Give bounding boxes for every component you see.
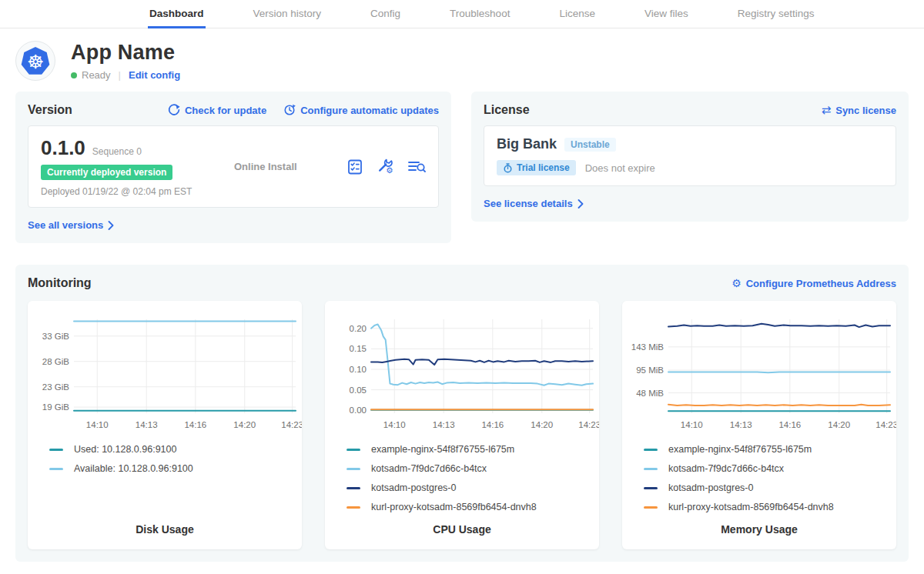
license-card-title: License (484, 103, 530, 117)
check-for-update-button[interactable]: Check for update (168, 104, 266, 116)
legend-color-dash (644, 468, 658, 470)
see-all-versions-link[interactable]: See all versions (28, 219, 114, 231)
legend-label: kotsadm-postgres-0 (371, 482, 456, 493)
chart-title-disk: Disk Usage (28, 512, 302, 542)
legend-item: kotsadm-postgres-0 (644, 482, 896, 493)
legend-item: Available: 10.128.0.96:9100 (49, 463, 302, 474)
svg-text:0.05: 0.05 (350, 385, 367, 395)
svg-text:14:16: 14:16 (481, 420, 504, 429)
clock-refresh-icon (283, 104, 296, 116)
currently-deployed-badge: Currently deployed version (41, 165, 172, 180)
disk-usage-chart-card: 14:1014:1314:1614:2014:2333 GiB28 GiB23 … (28, 301, 302, 549)
svg-text:33 GiB: 33 GiB (42, 332, 69, 341)
see-license-details-link[interactable]: See license details (484, 198, 584, 209)
svg-text:0.00: 0.00 (350, 405, 367, 415)
svg-text:☸: ☸ (27, 52, 44, 72)
legend-color-dash (346, 468, 360, 470)
disk-usage-chart: 14:1014:1314:1614:2014:2333 GiB28 GiB23 … (28, 309, 302, 439)
legend-item: kotsadm-7f9dc7d66c-b4tcx (644, 463, 896, 474)
svg-text:14:20: 14:20 (531, 420, 553, 429)
svg-text:14:10: 14:10 (383, 420, 406, 429)
memory-usage-chart-card: 14:1014:1314:1614:2014:23143 MiB95 MiB48… (622, 301, 896, 549)
tab-dashboard[interactable]: Dashboard (148, 0, 206, 28)
legend-color-dash (346, 506, 360, 509)
tab-troubleshoot[interactable]: Troubleshoot (448, 0, 511, 28)
legend-item: example-nginx-54f8f76755-l675m (346, 444, 599, 455)
tab-version-history[interactable]: Version history (252, 0, 323, 28)
legend-color-dash (644, 506, 658, 509)
legend-label: kurl-proxy-kotsadm-8569fb6454-dnvh8 (668, 502, 834, 512)
cpu-usage-chart-card: 14:1014:1314:1614:2014:230.200.150.100.0… (325, 301, 599, 549)
svg-text:14:20: 14:20 (828, 420, 850, 429)
svg-text:0.10: 0.10 (350, 365, 367, 374)
legend-color-dash (644, 487, 658, 489)
legend-item: kotsadm-postgres-0 (346, 482, 599, 493)
legend-item: kotsadm-7f9dc7d66c-b4tcx (346, 463, 599, 474)
svg-text:14:10: 14:10 (86, 420, 109, 429)
svg-text:14:16: 14:16 (778, 420, 801, 429)
license-customer-name: Big Bank (497, 136, 557, 152)
trial-license-badge: Trial license (497, 160, 576, 175)
configure-prometheus-button[interactable]: ⚙ Configure Prometheus Address (732, 277, 896, 289)
legend-color-dash (346, 449, 360, 451)
legend-color-dash (644, 449, 658, 451)
legend-label: Available: 10.128.0.96:9100 (74, 463, 193, 474)
svg-text:14:13: 14:13 (136, 420, 158, 429)
page-title: App Name (71, 41, 180, 65)
svg-text:14:23: 14:23 (578, 420, 599, 429)
svg-text:0.20: 0.20 (350, 324, 367, 333)
svg-text:14:23: 14:23 (281, 420, 302, 429)
svg-text:14:13: 14:13 (433, 420, 455, 429)
disk-usage-legend: Used: 10.128.0.96:9100Available: 10.128.… (49, 444, 302, 474)
expiry-label: Does not expire (585, 162, 655, 174)
svg-text:14:10: 14:10 (681, 420, 703, 429)
legend-label: Used: 10.128.0.96:9100 (74, 444, 176, 455)
svg-text:14:20: 14:20 (233, 420, 256, 429)
tab-config[interactable]: Config (369, 0, 402, 28)
memory-usage-chart: 14:1014:1314:1614:2014:23143 MiB95 MiB48… (622, 309, 896, 439)
memory-usage-legend: example-nginx-54f8f76755-l675mkotsadm-7f… (644, 444, 896, 512)
app-header: ☸ App Name Ready | Edit config (0, 28, 924, 88)
license-card: License ⇄ Sync license Big Bank Unstable (471, 92, 909, 222)
svg-text:⚙: ⚙ (386, 165, 393, 175)
chart-title-memory: Memory Usage (622, 512, 896, 542)
sync-license-button[interactable]: ⇄ Sync license (822, 103, 896, 117)
monitoring-section: Monitoring ⚙ Configure Prometheus Addres… (15, 265, 909, 562)
legend-color-dash (49, 468, 63, 470)
config-wrench-icon[interactable]: ⚙ (377, 158, 394, 175)
install-type-label: Online Install (206, 161, 346, 172)
tab-registry-settings[interactable]: Registry settings (736, 0, 816, 28)
deploy-logs-icon[interactable] (407, 159, 426, 175)
divider: | (119, 69, 121, 81)
sequence-label: Sequence 0 (92, 146, 142, 157)
svg-text:28 GiB: 28 GiB (42, 357, 69, 366)
license-details-card: Big Bank Unstable Trial license Does not… (484, 125, 896, 186)
svg-text:14:23: 14:23 (875, 420, 896, 429)
legend-label: kotsadm-postgres-0 (668, 482, 753, 493)
svg-text:14:13: 14:13 (730, 420, 752, 429)
chart-title-cpu: CPU Usage (325, 512, 599, 542)
legend-item: kurl-proxy-kotsadm-8569fb6454-dnvh8 (644, 502, 896, 512)
svg-text:95 MiB: 95 MiB (636, 365, 664, 375)
tab-license[interactable]: License (557, 0, 597, 28)
legend-label: kotsadm-7f9dc7d66c-b4tcx (371, 463, 487, 474)
status-dot (71, 72, 77, 78)
cards-row: Version Check for update Configure au (0, 88, 924, 243)
status-text: Ready (82, 69, 111, 81)
channel-badge: Unstable (564, 138, 616, 152)
current-version-card: 0.1.0 Sequence 0 Currently deployed vers… (28, 125, 439, 208)
preflight-checks-icon[interactable] (346, 159, 363, 175)
svg-text:0.15: 0.15 (350, 344, 367, 353)
sync-icon: ⇄ (822, 103, 832, 117)
gear-icon: ⚙ (732, 277, 742, 289)
legend-label: example-nginx-54f8f76755-l675m (371, 444, 514, 455)
edit-config-link[interactable]: Edit config (129, 69, 180, 81)
svg-text:48 MiB: 48 MiB (636, 389, 664, 398)
tab-view-files[interactable]: View files (643, 0, 690, 28)
configure-automatic-updates-button[interactable]: Configure automatic updates (283, 104, 439, 116)
svg-text:143 MiB: 143 MiB (631, 342, 665, 352)
monitoring-title: Monitoring (28, 276, 92, 290)
top-navigation: Dashboard Version history Config Trouble… (0, 0, 924, 28)
chevron-right-icon (108, 221, 114, 230)
legend-label: kotsadm-7f9dc7d66c-b4tcx (668, 463, 784, 474)
